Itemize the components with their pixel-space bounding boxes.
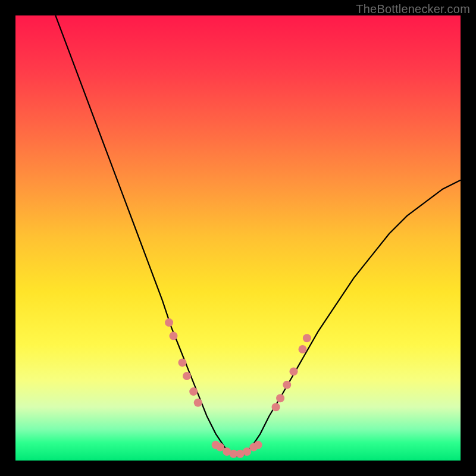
chart-frame: TheBottlenecker.com [0, 0, 476, 476]
marker-dot [189, 387, 198, 396]
marker-dot [272, 403, 280, 411]
bottleneck-curve [55, 15, 461, 456]
marker-dot [290, 367, 298, 375]
marker-dot [183, 372, 191, 380]
plot-area [15, 15, 461, 461]
chart-svg [15, 15, 461, 461]
marker-dot [165, 318, 173, 327]
watermark-text: TheBottlenecker.com [356, 2, 470, 16]
marker-dot [170, 332, 178, 340]
marker-dot [178, 358, 187, 367]
markers-group [165, 318, 311, 458]
marker-dot [299, 345, 307, 353]
marker-dot [194, 399, 202, 407]
marker-dot [276, 394, 284, 402]
marker-dot [303, 334, 311, 342]
marker-dot [283, 381, 291, 389]
marker-dot [254, 441, 262, 449]
